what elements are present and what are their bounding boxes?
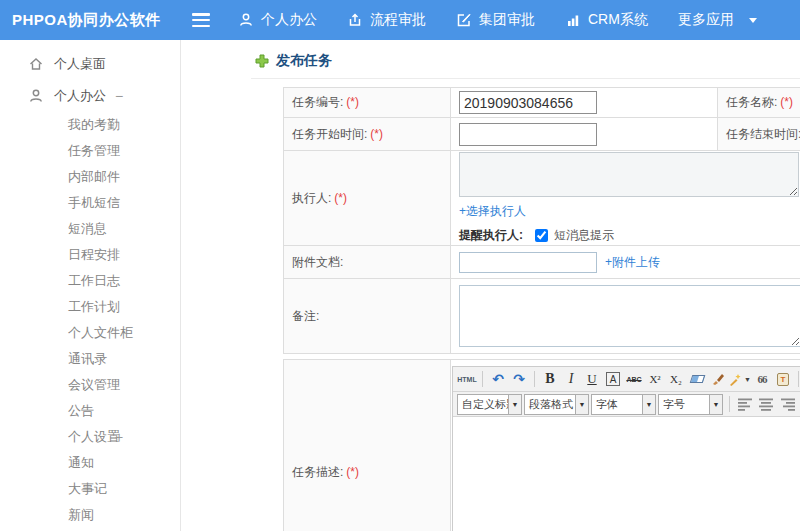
sidebar-item[interactable]: 日程安排: [0, 242, 180, 268]
user-icon: [28, 88, 44, 104]
flow-icon: [347, 12, 363, 28]
caret-down-icon: [749, 18, 757, 23]
editor-toolbar-row2: 自定义标题▼段落格式▼字体▼字号▼: [453, 392, 800, 417]
nav-item[interactable]: 更多应用: [678, 11, 757, 29]
remark-label-cell: 备注:: [284, 279, 451, 354]
table-row: 备注:: [284, 279, 800, 354]
nav-item[interactable]: CRM系统: [565, 11, 648, 29]
editor-toolbar-row1: HTML ↶ ↷ B I U A ABC X² X₂: [453, 367, 800, 392]
page-title: 发布任务: [255, 52, 332, 70]
sidebar-item[interactable]: 工作计划: [0, 294, 180, 320]
align-left-icon: [737, 397, 754, 412]
sidebar-item[interactable]: 公告: [0, 398, 180, 424]
eraser-button[interactable]: [687, 369, 707, 389]
superscript-button[interactable]: X²: [645, 369, 665, 389]
sidebar-item[interactable]: 个人桌面: [0, 48, 180, 80]
sidebar-item[interactable]: 个人文件柜: [0, 320, 180, 346]
sms-remind-checkbox[interactable]: [535, 229, 548, 242]
align-left-button[interactable]: [735, 395, 755, 413]
nav-item[interactable]: 集团审批: [456, 11, 535, 29]
undo-button[interactable]: ↶: [488, 369, 508, 389]
eraser-icon: [689, 375, 705, 383]
end-time-label-cell: 任务结束时间:(*): [718, 118, 800, 151]
sidebar-item[interactable]: 新闻: [0, 502, 180, 528]
underline-button[interactable]: U: [582, 369, 602, 389]
html-source-button[interactable]: HTML: [457, 369, 477, 389]
start-time-input[interactable]: [459, 123, 597, 146]
menu-toggle-icon[interactable]: [192, 13, 210, 27]
caret-down-icon: ▼: [575, 395, 588, 414]
caret-down-icon: ▼: [508, 395, 521, 414]
task-no-label-cell: 任务编号:(*): [284, 88, 451, 118]
paste-plain-button[interactable]: T: [773, 369, 793, 389]
home-icon: [28, 56, 44, 72]
select-executor-link[interactable]: +选择执行人: [459, 204, 526, 218]
description-label-cell: 任务描述:(*): [284, 360, 451, 531]
quick-format-button[interactable]: ▼: [729, 369, 751, 389]
editor-select-3[interactable]: 字号▼: [658, 394, 723, 415]
editor-select-1[interactable]: 段落格式▼: [524, 394, 589, 415]
editor-content-area[interactable]: [453, 417, 800, 531]
subscript-button[interactable]: X₂: [666, 369, 686, 389]
table-row: 任务编号:(*) 任务名称:(*): [284, 88, 800, 118]
brush-icon: [711, 372, 725, 386]
sidebar-item[interactable]: 个人设置+: [0, 424, 180, 450]
main-content: 发布任务 任务编号:(*) 任务名称:(*) 任务开始时间:(*): [181, 40, 800, 531]
strikethrough-button[interactable]: ABC: [624, 369, 644, 389]
plus-icon: [255, 54, 269, 68]
nav-item[interactable]: 流程审批: [347, 11, 426, 29]
sidebar-item[interactable]: 手机短信: [0, 190, 180, 216]
blockquote-button[interactable]: 66: [752, 369, 772, 389]
attachment-label-cell: 附件文档:: [284, 246, 451, 279]
format-brush-button[interactable]: [708, 369, 728, 389]
sidebar-item[interactable]: 工作日志: [0, 268, 180, 294]
caret-down-icon: ▼: [709, 395, 722, 414]
user-icon: [238, 12, 254, 28]
remove-format-button[interactable]: A: [603, 369, 623, 389]
sidebar-item[interactable]: 通讯录: [0, 346, 180, 372]
chart-icon: [565, 12, 581, 28]
expand-toggle[interactable]: +: [112, 429, 126, 445]
clipboard-icon: T: [777, 373, 789, 386]
align-center-icon: [758, 397, 775, 412]
editor-select-2[interactable]: 字体▼: [591, 394, 656, 415]
attachment-input[interactable]: [459, 252, 597, 273]
table-row: 任务描述:(*) HTML ↶ ↷ B I U: [284, 360, 800, 531]
editor-select-0[interactable]: 自定义标题▼: [457, 394, 522, 415]
nav-item[interactable]: 个人办公: [238, 11, 317, 29]
app-logo[interactable]: PHPOA协同办公软件: [12, 11, 161, 30]
bold-button[interactable]: B: [540, 369, 560, 389]
italic-button[interactable]: I: [561, 369, 581, 389]
sidebar-item[interactable]: 大事记: [0, 476, 180, 502]
collapse-toggle[interactable]: −: [112, 88, 126, 104]
sidebar-item[interactable]: 内部邮件: [0, 164, 180, 190]
align-right-icon: [779, 397, 796, 412]
sidebar-item[interactable]: 短消息: [0, 216, 180, 242]
redo-button[interactable]: ↷: [509, 369, 529, 389]
divider: [251, 78, 800, 79]
task-no-input[interactable]: [459, 91, 597, 114]
remark-textarea[interactable]: [459, 285, 800, 347]
rich-text-editor: HTML ↶ ↷ B I U A ABC X² X₂: [452, 366, 800, 531]
sidebar-item[interactable]: 我的考勤: [0, 112, 180, 138]
top-navigation: 个人办公流程审批集团审批CRM系统更多应用: [238, 0, 757, 40]
edit-icon: [456, 12, 472, 28]
task-form: 任务编号:(*) 任务名称:(*) 任务开始时间:(*) 任务结束时间: [283, 87, 800, 531]
table-row: 执行人:(*) +选择执行人 提醒执行人: 短消息提示: [284, 151, 800, 246]
start-time-label-cell: 任务开始时间:(*): [284, 118, 451, 151]
topbar: PHPOA协同办公软件 个人办公流程审批集团审批CRM系统更多应用: [0, 0, 800, 40]
sidebar-item[interactable]: 任务管理: [0, 138, 180, 164]
executor-textarea[interactable]: [459, 152, 799, 197]
sidebar-item[interactable]: 会议管理: [0, 372, 180, 398]
caret-down-icon: ▼: [642, 395, 655, 414]
align-center-button[interactable]: [756, 395, 776, 413]
sms-remind-text: 短消息提示: [554, 227, 614, 244]
sidebar-item[interactable]: 通知: [0, 450, 180, 476]
wand-icon: [729, 373, 742, 386]
executor-label-cell: 执行人:(*): [284, 151, 451, 246]
align-right-button[interactable]: [777, 395, 797, 413]
attachment-upload-link[interactable]: +附件上传: [605, 254, 660, 271]
sidebar: 个人桌面个人办公−我的考勤任务管理内部邮件手机短信短消息日程安排工作日志工作计划…: [0, 40, 181, 531]
sidebar-item[interactable]: 个人办公−: [0, 80, 180, 112]
task-name-label-cell: 任务名称:(*): [718, 88, 800, 118]
